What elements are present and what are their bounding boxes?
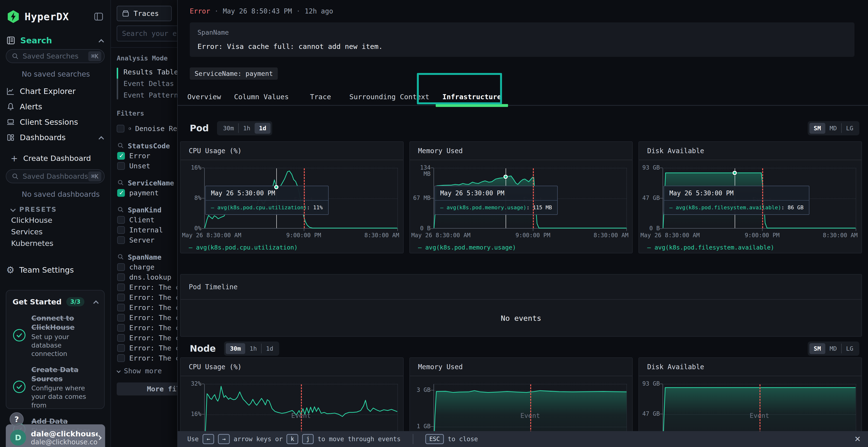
saved-searches-input[interactable]: Saved Searches ⌘K [6, 49, 105, 63]
get-started-item-subtitle: Configure where your data comes from [31, 384, 98, 409]
analysis-mode-event-deltas[interactable]: Event Deltas [111, 78, 177, 89]
y-axis-tick-label: 47 GB [642, 195, 660, 201]
filter-checkbox[interactable] [117, 334, 125, 342]
filter-checkbox[interactable] [117, 263, 125, 271]
filter-checkbox[interactable] [117, 273, 125, 281]
chart-plot-area[interactable]: EventMay 26 5:30:00 PM— avg(k8s.pod.memo… [434, 168, 627, 229]
chevron-up-icon[interactable] [99, 39, 104, 44]
filter-checkbox[interactable] [117, 324, 125, 332]
filter-value-row[interactable]: dns.lookup [111, 272, 177, 282]
node-size-lg[interactable]: LG [842, 343, 858, 354]
filter-value-row[interactable]: Client [111, 215, 177, 225]
tab-trace[interactable]: Trace [310, 88, 331, 105]
filter-checkbox[interactable] [117, 294, 125, 301]
sidebar-item-team-settings[interactable]: ⚙ Team Settings [0, 262, 111, 278]
pod-range-1h[interactable]: 1h [239, 123, 255, 134]
user-account-button[interactable]: D dale@clickhouse.com dale@clickhouse.co… [6, 424, 105, 447]
preset-clickhouse[interactable]: ClickHouse [0, 214, 111, 226]
tab-surrounding-context[interactable]: Surrounding Context [349, 88, 429, 105]
denoise-results-row[interactable]: Denoise Re [111, 123, 177, 134]
pod-range-1d[interactable]: 1d [255, 123, 271, 134]
chart-legend: — avg(k8s.pod.filesystem.available) [647, 244, 774, 251]
filter-checkbox[interactable] [117, 354, 125, 362]
filter-value-row[interactable]: Error [111, 151, 177, 161]
chevron-up-icon[interactable] [93, 300, 99, 306]
filter-checkbox[interactable] [117, 162, 125, 170]
sidebar: HyperDX Search Saved Searches ⌘K No save… [0, 0, 111, 447]
pod-size-lg[interactable]: LG [842, 123, 858, 134]
x-axis-tick-label: 9:00:00 PM [745, 232, 780, 239]
filter-value-row[interactable]: Error: The cr [111, 313, 177, 323]
analysis-mode-results-table[interactable]: Results Table [111, 66, 177, 78]
filter-checkbox[interactable] [117, 314, 125, 321]
sidebar-item-client-sessions[interactable]: Client Sessions [0, 114, 111, 130]
filter-value-label: Unset [129, 162, 150, 170]
filter-checkbox[interactable] [117, 344, 125, 352]
filter-value-row[interactable]: Error: The cr [111, 293, 177, 303]
filter-checkbox[interactable] [117, 152, 125, 160]
arrow-right-key[interactable]: → [218, 434, 229, 444]
filter-checkbox[interactable] [117, 283, 125, 291]
more-filters-button[interactable]: More fil [117, 382, 177, 396]
tab-infrastructure[interactable]: Infrastructure [442, 88, 501, 105]
node-size-md[interactable]: MD [825, 343, 841, 354]
node-range-1h[interactable]: 1h [245, 343, 261, 354]
filter-value-label: dns.lookup [129, 273, 172, 281]
esc-key[interactable]: ESC [425, 434, 444, 444]
preset-kubernetes[interactable]: Kubernetes [0, 238, 111, 249]
show-more-button[interactable]: Show more [111, 366, 177, 376]
filter-value-row[interactable]: payment [111, 188, 177, 198]
arrow-left-key[interactable]: ← [203, 434, 214, 444]
collapse-sidebar-icon[interactable] [94, 12, 103, 21]
pod-range-30m[interactable]: 30m [219, 123, 238, 134]
filter-value-row[interactable]: Server [111, 235, 177, 245]
j-key[interactable]: j [302, 434, 314, 444]
get-started-item[interactable]: Create Data SourcesConfigure where your … [12, 365, 98, 409]
filter-value-row[interactable]: Error: The cr [111, 282, 177, 293]
filter-value-row[interactable]: Error: The cr [111, 333, 177, 343]
tab-column-values[interactable]: Column Values [234, 88, 289, 105]
filter-value-label: Client [129, 216, 155, 224]
sidebar-item-chart-explorer[interactable]: Chart Explorer [0, 83, 111, 99]
filter-value-row[interactable]: Error: The cr [111, 303, 177, 313]
filter-checkbox[interactable] [117, 216, 125, 224]
k-key[interactable]: k [286, 434, 298, 444]
service-name-chip[interactable]: ServiceName: payment [190, 67, 278, 80]
filter-checkbox[interactable] [117, 304, 125, 311]
help-button[interactable]: ? [10, 412, 24, 426]
denoise-checkbox[interactable] [117, 125, 124, 133]
filter-value-row[interactable]: Unset [111, 161, 177, 171]
node-range-1d[interactable]: 1d [261, 343, 278, 354]
pod-chart-size-control: SMMDLG [808, 121, 859, 135]
analysis-mode-event-patterns[interactable]: Event Patterns [111, 89, 177, 101]
sidebar-item-search[interactable]: Search [6, 36, 103, 45]
filter-checkbox[interactable] [117, 226, 125, 234]
filter-checkbox[interactable] [117, 236, 125, 244]
chart-plot-area[interactable]: EventMay 26 5:30:00 PM— avg(k8s.pod.file… [662, 168, 856, 229]
filter-checkbox[interactable] [117, 189, 125, 197]
preset-services[interactable]: Services [0, 226, 111, 238]
node-range-30m[interactable]: 30m [226, 343, 245, 354]
sidebar-item-dashboards[interactable]: Dashboards [0, 130, 111, 145]
tab-overview[interactable]: Overview [187, 88, 221, 105]
filter-value-row[interactable]: charge [111, 262, 177, 272]
search-icon [117, 206, 124, 214]
close-icon[interactable]: ✕ [854, 435, 861, 444]
filter-value-row[interactable]: Error: The cr [111, 353, 177, 363]
event-search-input[interactable]: Search your ev [117, 26, 177, 41]
source-select[interactable]: Traces [117, 6, 172, 21]
pod-size-md[interactable]: MD [825, 123, 841, 134]
filter-value-row[interactable]: Internal [111, 225, 177, 235]
get-started-item[interactable]: Connect to ClickHouseSet up your databas… [12, 314, 98, 358]
chart-plot-area[interactable]: EventMay 26 5:30:00 PM— avg(k8s.pod.cpu.… [204, 168, 398, 229]
x-axis-tick-label: May 26 8:30:00 AM [641, 232, 700, 239]
presets-toggle[interactable]: PRESETS [11, 204, 111, 214]
saved-dashboards-input[interactable]: Saved Dashboards ⌘K [6, 169, 105, 183]
create-dashboard-button[interactable]: + Create Dashboard [0, 152, 111, 165]
pod-size-sm[interactable]: SM [809, 123, 825, 134]
chevron-up-icon[interactable] [99, 136, 104, 142]
filter-value-row[interactable]: Error: The cr [111, 323, 177, 333]
node-size-sm[interactable]: SM [809, 343, 825, 354]
filter-value-row[interactable]: Error: The cr [111, 343, 177, 353]
sidebar-item-alerts[interactable]: Alerts [0, 99, 111, 114]
